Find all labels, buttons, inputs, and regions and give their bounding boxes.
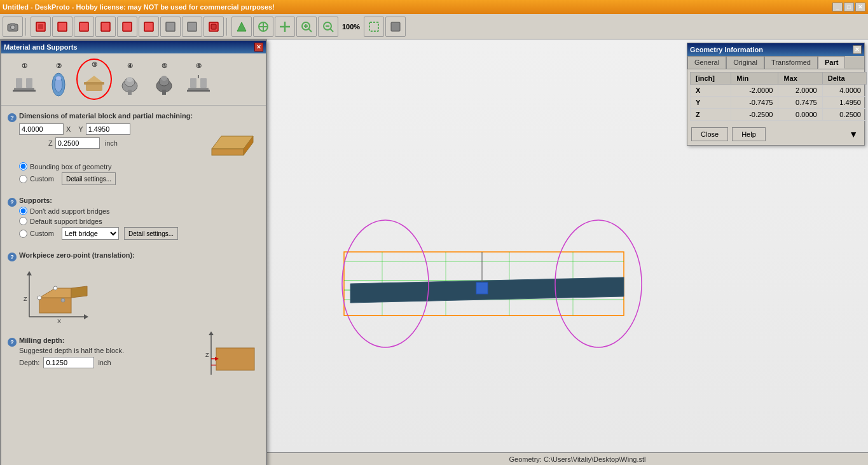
custom-radio[interactable] (19, 175, 27, 183)
tab-part[interactable]: Part (818, 56, 845, 69)
toolbar-btn-zoom-in[interactable] (296, 17, 317, 37)
toolbar-btn-nav1[interactable] (231, 17, 252, 37)
milling-diagram: Z (202, 330, 259, 382)
dimensions-help-icon[interactable]: ? (8, 113, 17, 122)
dim-x-input[interactable] (19, 123, 64, 135)
no-bridges-label: Don't add support bridges (30, 207, 110, 215)
step-6[interactable]: ⑥ (182, 61, 215, 100)
close-btn[interactable]: ✕ (855, 3, 865, 11)
default-bridges-radio[interactable] (19, 217, 27, 225)
supports-radio-group: Don't add support bridges Default suppor… (19, 207, 259, 240)
step-1-icon (9, 71, 39, 99)
col-unit: [inch] (691, 73, 731, 85)
milling-label: Milling depth: (19, 337, 196, 344)
toolbar-btn-extra[interactable] (385, 17, 406, 37)
dim-z-input[interactable] (55, 137, 100, 149)
geo-collapse-icon[interactable]: ▼ (846, 129, 860, 139)
app-title: Untitled - DeskProto - Hobby license: ma… (3, 3, 832, 11)
supports-section: ? Supports: Don't add support bridges (8, 197, 259, 242)
toolbar-btn-nav2[interactable] (253, 17, 273, 37)
no-bridges-radio[interactable] (19, 207, 27, 215)
row-z: Z -0.2500 0.0000 0.2500 (691, 109, 867, 121)
toolbar-btn-rotate[interactable] (203, 17, 224, 37)
material-dialog-title: Material and Supports (4, 43, 254, 51)
detail-settings-btn[interactable]: Detail settings... (62, 172, 116, 185)
step-4[interactable]: ④ (113, 61, 146, 100)
material-dialog-titlebar[interactable]: Material and Supports ✕ (1, 41, 266, 53)
workpiece-help-icon[interactable]: ? (8, 253, 17, 261)
dimensions-content: Dimensions of material block and partial… (19, 112, 259, 188)
toolbar-btn-plus[interactable] (275, 17, 295, 37)
row-z-delta: 0.2500 (822, 109, 866, 121)
dialog-content: ? Dimensions of material block and parti… (1, 106, 266, 394)
toolbar-btn-view5[interactable] (117, 17, 137, 37)
step-3[interactable]: ③ (76, 59, 112, 100)
geo-help-btn[interactable]: Help (732, 127, 766, 141)
step-4-icon (114, 71, 145, 99)
toolbar-btn-view7[interactable] (160, 17, 181, 37)
main-area: 100% (0, 14, 868, 465)
depth-unit: inch (98, 359, 111, 366)
row-y-delta: 1.4950 (822, 97, 866, 109)
milling-content: Milling depth: Suggested depth is half t… (19, 337, 196, 368)
svg-point-1 (11, 25, 15, 29)
dim-y-input[interactable] (86, 123, 130, 135)
svg-marker-75 (84, 314, 88, 319)
dim-x-label: X (66, 125, 71, 133)
step-5[interactable]: ⑤ (148, 61, 181, 100)
svg-marker-84 (209, 331, 214, 335)
maximize-btn[interactable]: □ (844, 3, 854, 11)
row-x-delta: 4.0000 (822, 85, 866, 97)
toolbar-btn-view2[interactable] (52, 17, 72, 37)
material-dialog-close[interactable]: ✕ (254, 43, 263, 52)
toolbar-btn-camera[interactable] (3, 17, 23, 37)
svg-rect-68 (212, 149, 244, 155)
svg-point-80 (53, 286, 57, 290)
steps-row: ① ② (1, 53, 266, 106)
minimize-btn[interactable]: _ (832, 3, 843, 11)
bridge-type-dropdown[interactable]: Left bridge (62, 227, 119, 240)
step-1[interactable]: ① (8, 61, 41, 100)
bounding-radio[interactable] (19, 162, 27, 170)
step-2[interactable]: ② (42, 61, 75, 100)
toolbar-btn-view3[interactable] (74, 17, 94, 37)
geo-close-btn[interactable]: Close (691, 127, 728, 141)
row-x-axis: X (691, 85, 731, 97)
custom-supports-label: Custom (30, 230, 54, 237)
dimensions-section: ? Dimensions of material block and parti… (8, 112, 259, 188)
milling-help-icon[interactable]: ? (8, 338, 17, 347)
depth-input[interactable] (43, 357, 94, 368)
svg-point-60 (161, 76, 167, 81)
svg-rect-9 (144, 22, 153, 31)
toolbar-btn-view8[interactable] (182, 17, 202, 37)
step-2-num: ② (56, 62, 62, 69)
svg-point-79 (38, 296, 41, 300)
svg-rect-47 (13, 90, 36, 92)
row-y-axis: Y (691, 97, 731, 109)
workpiece-section: ? Workpiece zero-point (translation): Z (8, 251, 259, 328)
bounding-label: Bounding box of geometry (30, 163, 111, 170)
geo-close-icon[interactable]: ✕ (853, 45, 862, 54)
svg-line-25 (331, 29, 334, 32)
toolbar-btn-view4[interactable] (95, 17, 116, 37)
supports-help-icon[interactable]: ? (8, 198, 17, 207)
supports-detail-btn[interactable]: Detail settings... (124, 227, 178, 240)
toolbar: 100% (0, 14, 868, 39)
tab-transformed[interactable]: Transformed (764, 56, 818, 69)
default-bridges-label: Default support bridges (30, 218, 102, 225)
toolbar-btn-zoom-out[interactable] (318, 17, 338, 37)
svg-rect-64 (200, 78, 207, 88)
tab-original[interactable]: Original (726, 56, 764, 69)
toolbar-btn-zoom-fit[interactable] (364, 17, 384, 37)
tab-general[interactable]: General (687, 56, 726, 69)
3d-scene (287, 125, 668, 368)
custom-supports-radio[interactable] (19, 230, 27, 238)
toolbar-btn-view1[interactable] (31, 17, 51, 37)
svg-point-56 (127, 77, 133, 82)
svg-rect-41 (476, 282, 488, 294)
workpiece-row: ? Workpiece zero-point (translation): (8, 251, 259, 261)
row-z-min: -0.2500 (731, 109, 778, 121)
toolbar-btn-view6[interactable] (139, 17, 159, 37)
svg-rect-76 (39, 298, 71, 313)
dim-y-label-prefix: Y (78, 125, 83, 133)
